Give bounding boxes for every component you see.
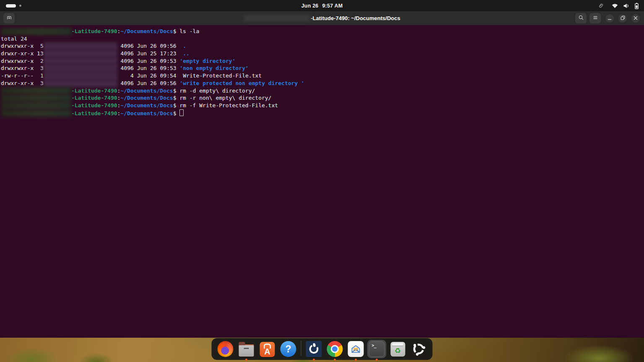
ls-perms: drwxrwxr-x 3 <box>1 65 44 71</box>
command-rm-d: rm -d empty\ directory/ <box>176 88 255 94</box>
help-icon: ? <box>280 341 296 357</box>
clock-date: Jun 26 <box>301 3 319 9</box>
dock-item-app-center[interactable]: A <box>258 340 277 358</box>
headerbar-controls <box>572 13 640 23</box>
dock-item-files[interactable] <box>237 340 256 358</box>
prompt-path: ~/Documents/Docs <box>120 95 173 101</box>
prompt-path: ~/Documents/Docs <box>120 110 173 116</box>
paperclip-icon <box>598 3 604 9</box>
redacted-user-host <box>1 28 71 35</box>
prompt-host: -Latitude-7490 <box>71 110 117 116</box>
terminal-prompt-glyph: >_ <box>372 343 376 348</box>
minimize-button[interactable] <box>605 14 614 23</box>
dock-item-mattermost[interactable] <box>304 340 324 358</box>
command-rm-r: rm -r non\ empty\ directory/ <box>176 95 271 101</box>
mattermost-icon <box>306 341 322 357</box>
redacted-owner-group <box>44 65 117 72</box>
dock-item-trash[interactable]: ♻ <box>388 340 408 358</box>
ls-output-row: drwxrwxr-x 2 4096 Jun 26 09:53 'empty di… <box>1 57 644 65</box>
app-center-icon: A <box>260 342 275 357</box>
new-tab-icon <box>5 14 13 23</box>
dock: A ? >_ ♻ <box>212 338 433 360</box>
prompt-host: -Latitude-7490 <box>71 88 117 94</box>
top-bar: Jun 26 9:57 AM <box>0 0 644 11</box>
terminal-content[interactable]: -Latitude-7490:~/Documents/Docs$ ls -la … <box>0 25 644 338</box>
command-rm-f: rm -f Write-Protected-File.txt <box>176 102 278 109</box>
dock-item-show-apps[interactable] <box>409 340 428 358</box>
clock[interactable]: Jun 26 9:57 AM <box>301 3 343 9</box>
ls-output-row: drwxr-xr-x 3 4096 Jun 26 09:56 'write pr… <box>1 80 644 87</box>
ls-entry-name: 'write protected non empty directory ' <box>177 80 304 86</box>
redacted-hostname-prefix <box>244 15 310 22</box>
dock-item-mail[interactable] <box>346 340 366 358</box>
close-button[interactable] <box>631 14 640 23</box>
ls-entry-name: 'non empty directory' <box>177 65 249 71</box>
wifi-icon <box>611 3 618 8</box>
terminal-window: -Latitude-7490: ~/Documents/Docs -Latitu… <box>0 11 644 338</box>
terminal-headerbar: -Latitude-7490: ~/Documents/Docs <box>0 11 644 25</box>
close-icon <box>634 15 638 21</box>
dock-item-help[interactable]: ? <box>279 340 298 358</box>
chrome-icon <box>327 341 343 357</box>
prompt-space <box>176 110 179 116</box>
prompt-path: ~/Documents/Docs <box>120 102 173 109</box>
prompt-path: ~/Documents/Docs <box>120 28 173 34</box>
terminal-line-prompt: -Latitude-7490:~/Documents/Docs$ ls -la <box>1 28 644 35</box>
restore-button[interactable] <box>618 14 627 23</box>
minimize-icon <box>608 15 612 21</box>
search-button[interactable] <box>575 13 587 23</box>
dock-item-chrome[interactable] <box>325 340 345 358</box>
dock-separator <box>301 341 301 356</box>
files-icon <box>239 344 254 357</box>
prompt-path: ~/Documents/Docs <box>120 88 173 94</box>
workspace-indicator[interactable] <box>6 4 21 8</box>
terminal-line-prompt: -Latitude-7490:~/Documents/Docs$ rm -r n… <box>1 94 644 102</box>
menu-button[interactable] <box>589 13 601 23</box>
ls-size-date: 4096 Jun 26 09:56 <box>117 43 177 49</box>
ls-perms: drwxr-xr-x 13 <box>1 50 44 57</box>
redacted-owner-group <box>44 50 117 57</box>
mail-icon <box>348 341 364 357</box>
workspace-dot <box>19 5 21 7</box>
ls-size-date: 4096 Jun 26 09:53 <box>117 65 177 71</box>
ls-output-row: -rw-r--r-- 1 4 Jun 26 09:54 Write-Protec… <box>1 72 644 80</box>
ls-size-date: 4096 Jun 26 09:56 <box>117 80 177 86</box>
redacted-owner-group <box>44 80 117 87</box>
ls-perms: drwxr-xr-x 3 <box>1 80 44 86</box>
workspace-active-pill <box>6 4 16 8</box>
new-tab-button[interactable] <box>3 13 15 23</box>
app-center-letter: A <box>264 347 270 356</box>
ls-size-date: 4 Jun 26 09:54 <box>117 72 177 79</box>
prompt-host: -Latitude-7490 <box>71 102 117 109</box>
ls-perms: drwxrwxr-x 2 <box>1 58 44 64</box>
terminal-icon: >_ <box>369 341 385 357</box>
running-indicator <box>376 359 378 361</box>
redacted-owner-group <box>44 72 117 80</box>
system-status-area[interactable] <box>598 3 639 9</box>
running-indicator <box>334 359 336 361</box>
help-question-glyph: ? <box>285 344 291 355</box>
terminal-line-prompt: -Latitude-7490:~/Documents/Docs$ rm -d e… <box>1 87 644 95</box>
ls-entry-name: . <box>177 43 186 49</box>
ubuntu-logo-icon <box>411 341 427 357</box>
ls-entry-name: Write-Protected-File.txt <box>177 72 262 79</box>
ls-output-row: drwxrwxr-x 5 4096 Jun 26 09:56 . <box>1 42 644 50</box>
window-title-text: -Latitude-7490: ~/Documents/Docs <box>311 15 400 21</box>
battery-icon <box>634 3 639 9</box>
volume-icon <box>623 3 630 9</box>
dock-item-firefox[interactable] <box>216 340 235 358</box>
desktop: Jun 26 9:57 AM -Latitude-7490: ~/Documen… <box>0 0 644 362</box>
ls-entry-name: .. <box>177 50 190 57</box>
ls-output-row: drwxrwxr-x 3 4096 Jun 26 09:53 'non empt… <box>1 65 644 72</box>
terminal-line-prompt: -Latitude-7490:~/Documents/Docs$ rm -f W… <box>1 102 644 109</box>
running-indicator <box>245 359 247 361</box>
redacted-owner-group <box>44 57 117 65</box>
ls-perms: -rw-r--r-- 1 <box>1 72 44 79</box>
dock-item-terminal[interactable]: >_ <box>367 340 387 358</box>
ls-total: total 24 <box>1 36 27 42</box>
ls-output-row: drwxr-xr-x 13 4096 Jun 25 17:23 .. <box>1 50 644 57</box>
redacted-user-host <box>1 94 71 102</box>
ls-size-date: 4096 Jun 25 17:23 <box>117 50 177 57</box>
ls-size-date: 4096 Jun 26 09:53 <box>117 58 177 64</box>
hamburger-menu-icon <box>592 14 599 22</box>
